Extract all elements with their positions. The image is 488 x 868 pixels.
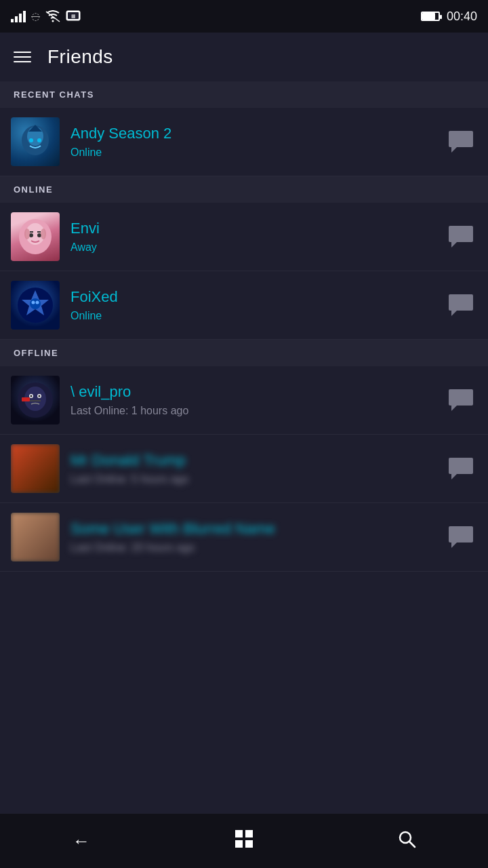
svg-rect-15 xyxy=(30,231,33,233)
friend-status-foixed: Online xyxy=(70,310,445,322)
chat-button-envi[interactable] xyxy=(445,220,477,253)
status-left: ◌ ▦ xyxy=(11,10,81,22)
header: Friends xyxy=(0,33,488,81)
wifi-crossed-icon xyxy=(45,10,60,22)
friend-name-evil: \ evil_pro xyxy=(70,383,445,401)
svg-point-18 xyxy=(41,229,46,239)
friend-info-evil: \ evil_pro Last Online: 1 hours ago xyxy=(70,383,445,417)
chat-button-evil[interactable] xyxy=(445,384,477,416)
section-recent-chats: RECENT CHATS xyxy=(0,81,488,108)
back-icon: ← xyxy=(73,831,90,852)
svg-point-31 xyxy=(39,395,41,397)
section-online: ONLINE xyxy=(0,176,488,203)
svg-point-23 xyxy=(36,301,39,304)
friend-status-blurred2: Last Online: 20 hours ago xyxy=(70,542,445,554)
svg-text:▦: ▦ xyxy=(71,14,76,18)
section-offline: OFFLINE xyxy=(0,340,488,366)
friend-name-foixed: FoiXed xyxy=(70,288,445,306)
bottom-nav: ← xyxy=(0,814,488,868)
friend-item-foixed[interactable]: FoiXed Online xyxy=(0,271,488,340)
avatar-blurred1 xyxy=(11,444,60,493)
friend-item-andy[interactable]: Andy Season 2 Online xyxy=(0,108,488,176)
friend-info-envi: Envi Away xyxy=(70,220,445,254)
page-title: Friends xyxy=(47,46,113,68)
search-icon xyxy=(397,829,416,853)
friend-info-blurred1: Mr Donald Trump Last Online: 5 hours ago xyxy=(70,452,445,486)
svg-rect-32 xyxy=(30,400,41,401)
svg-point-0 xyxy=(52,20,54,22)
svg-rect-34 xyxy=(245,830,253,837)
friend-info-foixed: FoiXed Online xyxy=(70,288,445,322)
svg-rect-36 xyxy=(245,840,253,848)
message-notification-icon: ▦ xyxy=(66,10,81,22)
friend-name-blurred1: Mr Donald Trump xyxy=(70,452,445,469)
svg-rect-33 xyxy=(235,830,243,837)
status-right: 00:40 xyxy=(421,9,477,24)
friend-item-blurred1[interactable]: Mr Donald Trump Last Online: 5 hours ago xyxy=(0,435,488,503)
svg-rect-16 xyxy=(37,231,41,233)
svg-line-38 xyxy=(409,842,415,847)
svg-rect-35 xyxy=(235,840,243,848)
friend-status-evil: Last Online: 1 hours ago xyxy=(70,405,445,417)
friend-name-blurred2: Some User With Blurred Name xyxy=(70,520,445,538)
avatar-envi xyxy=(11,212,60,261)
content-spacer xyxy=(0,572,488,814)
friend-info-blurred2: Some User With Blurred Name Last Online:… xyxy=(70,520,445,554)
svg-point-10 xyxy=(37,138,41,142)
friend-name-envi: Envi xyxy=(70,220,445,237)
chat-button-blurred2[interactable] xyxy=(445,521,477,553)
home-button[interactable] xyxy=(163,814,325,868)
svg-point-30 xyxy=(30,395,33,397)
svg-point-9 xyxy=(29,138,33,142)
back-button[interactable]: ← xyxy=(0,814,163,868)
friend-status-envi: Away xyxy=(70,241,445,254)
friend-status-blurred1: Last Online: 5 hours ago xyxy=(70,473,445,486)
svg-point-22 xyxy=(32,301,35,304)
signal-bars-icon xyxy=(11,10,26,22)
home-icon xyxy=(234,829,254,854)
avatar-andy xyxy=(11,117,60,166)
friend-status-andy: Online xyxy=(70,146,445,159)
svg-point-17 xyxy=(24,229,30,239)
chat-button-foixed[interactable] xyxy=(445,289,477,321)
friend-item-envi[interactable]: Envi Away xyxy=(0,203,488,271)
avatar-evil xyxy=(11,376,60,425)
friend-item-blurred2[interactable]: Some User With Blurred Name Last Online:… xyxy=(0,503,488,572)
wifi-icon: ◌ xyxy=(31,10,40,22)
status-time: 00:40 xyxy=(447,9,477,24)
svg-point-21 xyxy=(30,298,41,309)
menu-button[interactable] xyxy=(14,52,31,62)
friend-name-andy: Andy Season 2 xyxy=(70,125,445,142)
avatar-foixed xyxy=(11,281,60,330)
chat-button-blurred1[interactable] xyxy=(445,452,477,485)
friend-item-evil[interactable]: \ evil_pro Last Online: 1 hours ago xyxy=(0,366,488,435)
friend-info-andy: Andy Season 2 Online xyxy=(70,125,445,159)
status-bar: ◌ ▦ 00:40 xyxy=(0,0,488,33)
svg-point-27 xyxy=(23,397,28,401)
avatar-blurred2 xyxy=(11,513,60,561)
chat-button-andy[interactable] xyxy=(445,125,477,158)
search-button[interactable] xyxy=(325,814,488,868)
battery-icon xyxy=(421,12,440,21)
